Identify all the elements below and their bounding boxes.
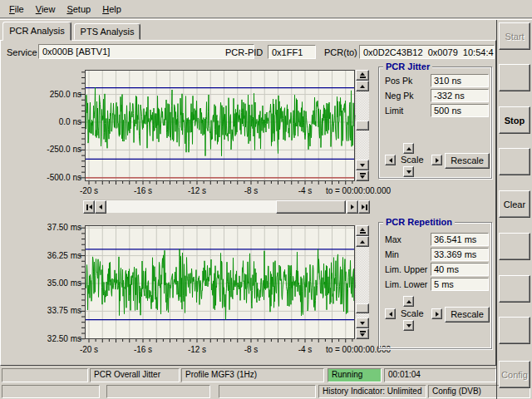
arrow-down-icon bbox=[360, 164, 365, 167]
arrow-down-icon bbox=[406, 170, 411, 174]
end-bar-icon bbox=[366, 204, 367, 210]
pcr-jitter-panel: PCR Jitter Pos Pk 310 ns Neg Pk -332 ns … bbox=[378, 66, 492, 179]
arrow-left-icon bbox=[99, 204, 102, 209]
scroll-left-button[interactable] bbox=[95, 200, 106, 214]
scale-label: Scale bbox=[401, 308, 424, 318]
menu-item-help[interactable]: Help bbox=[96, 2, 127, 16]
arrow-up-icon bbox=[360, 85, 365, 88]
arrow-down-icon bbox=[360, 322, 365, 325]
blank-function-button[interactable] bbox=[499, 233, 530, 260]
app-window: FileViewSetupHelp PCR Analysis PTS Analy… bbox=[0, 0, 532, 399]
menu-item-view[interactable]: View bbox=[30, 2, 62, 16]
scroll-to-end-button[interactable] bbox=[358, 200, 370, 214]
blank-function-button[interactable] bbox=[499, 148, 530, 175]
scale-left-button[interactable] bbox=[385, 308, 396, 319]
pcr-pid-label: PCR-PID bbox=[225, 47, 263, 57]
arrow-up-icon bbox=[360, 240, 365, 244]
min-label: Min bbox=[385, 249, 399, 259]
stop-button[interactable]: Stop bbox=[499, 106, 530, 134]
jitter-vertical-scrollbar[interactable] bbox=[356, 70, 369, 181]
menu-item-file[interactable]: File bbox=[3, 2, 30, 16]
lim-upper-field: 40 ms bbox=[431, 263, 489, 276]
arrow-right-icon bbox=[436, 158, 439, 163]
scroll-to-bottom-button[interactable] bbox=[356, 170, 369, 181]
tab-label: PTS Analysis bbox=[81, 27, 135, 37]
scale-up-button[interactable] bbox=[403, 296, 414, 307]
pcr-to-field[interactable]: 0x0D2C43B12 0x0079 10:54:4 bbox=[359, 45, 495, 59]
max-field: 36.541 ms bbox=[431, 233, 489, 246]
blank-function-button[interactable] bbox=[499, 275, 530, 303]
status-elapsed-time: 00:01:04 bbox=[384, 368, 496, 382]
status-history-indicator: History Indicator: Unlimited bbox=[318, 385, 426, 398]
neg-pk-label: Neg Pk bbox=[385, 91, 413, 101]
service-field[interactable]: 0x000B [ABTV1] bbox=[38, 44, 254, 59]
panel-title: PCR Jitter bbox=[383, 62, 432, 71]
arrow-up-icon bbox=[406, 300, 411, 303]
lim-upper-label: Lim. Upper bbox=[385, 264, 427, 274]
end-bar-icon bbox=[360, 173, 366, 175]
status-cell-empty bbox=[219, 385, 316, 398]
status-profile: Profile MGF3 (1Hz) bbox=[181, 368, 324, 382]
pcr-repetition-panel: PCR Repetition Max 36.541 ms Min 33.369 … bbox=[378, 222, 492, 349]
scrollbar-thumb[interactable] bbox=[356, 303, 369, 313]
scale-down-button[interactable] bbox=[403, 166, 414, 177]
pos-pk-label: Pos Pk bbox=[385, 76, 412, 86]
repetition-vertical-scrollbar[interactable] bbox=[356, 225, 369, 339]
scale-label: Scale bbox=[401, 155, 424, 165]
scroll-to-start-button[interactable] bbox=[83, 200, 95, 214]
scrollbar-thumb[interactable] bbox=[356, 121, 369, 131]
config-button[interactable]: Config bbox=[499, 361, 530, 388]
max-label: Max bbox=[385, 234, 401, 244]
scroll-down-button[interactable] bbox=[356, 318, 369, 328]
pcr-to-label: PCR(to) bbox=[324, 47, 357, 57]
end-bar-icon bbox=[360, 232, 366, 234]
arrow-down-icon bbox=[360, 175, 365, 179]
scale-up-button[interactable] bbox=[403, 143, 414, 154]
end-bar-icon bbox=[360, 76, 366, 78]
panel-title: PCR Repetition bbox=[383, 217, 455, 227]
status-measurement: PCR Overall Jitter bbox=[90, 368, 180, 382]
time-horizontal-scrollbar[interactable] bbox=[83, 200, 370, 213]
arrow-up-icon bbox=[360, 228, 365, 231]
lim-lower-label: Lim. Lower bbox=[385, 279, 427, 289]
lim-lower-field: 5 ms bbox=[431, 278, 489, 291]
arrow-right-icon bbox=[351, 204, 354, 209]
menu-bar: FileViewSetupHelp bbox=[0, 0, 532, 17]
arrow-down-icon bbox=[360, 333, 365, 337]
status-cell-empty bbox=[2, 385, 100, 398]
scale-down-button[interactable] bbox=[403, 320, 414, 331]
neg-pk-field: -332 ns bbox=[431, 89, 489, 102]
limit-label: Limit bbox=[385, 106, 403, 116]
status-cell-empty bbox=[2, 368, 88, 382]
scroll-to-bottom-button[interactable] bbox=[356, 328, 369, 339]
tab-pcr-analysis[interactable]: PCR Analysis bbox=[2, 22, 71, 41]
end-bar-icon bbox=[360, 331, 366, 332]
scroll-to-top-button[interactable] bbox=[356, 225, 369, 236]
arrow-left-icon bbox=[389, 158, 392, 163]
pcr-pid-field[interactable]: 0x1FF1 bbox=[268, 45, 316, 59]
rescale-button[interactable]: Rescale bbox=[445, 153, 490, 169]
blank-function-button[interactable] bbox=[499, 317, 530, 344]
clear-button[interactable]: Clear bbox=[499, 190, 530, 218]
scroll-down-button[interactable] bbox=[356, 160, 369, 170]
start-button[interactable]: Start bbox=[499, 22, 530, 50]
scale-left-button[interactable] bbox=[385, 155, 396, 165]
arrow-up-icon bbox=[406, 147, 411, 150]
arrow-down-icon bbox=[406, 324, 411, 328]
arrow-right-icon bbox=[436, 312, 439, 317]
scroll-to-top-button[interactable] bbox=[356, 70, 369, 81]
scroll-right-button[interactable] bbox=[347, 200, 358, 214]
scroll-up-button[interactable] bbox=[356, 81, 369, 91]
status-cell-empty bbox=[106, 385, 210, 398]
scale-right-button[interactable] bbox=[431, 308, 442, 319]
scrollbar-thumb[interactable] bbox=[276, 200, 346, 214]
arrow-left-icon bbox=[389, 312, 392, 317]
scroll-up-button[interactable] bbox=[356, 236, 369, 247]
tab-pts-analysis[interactable]: PTS Analysis bbox=[74, 23, 140, 40]
menu-item-setup[interactable]: Setup bbox=[61, 2, 96, 16]
blank-function-button[interactable] bbox=[499, 64, 530, 91]
min-field: 33.369 ms bbox=[431, 248, 489, 261]
rescale-button[interactable]: Rescale bbox=[445, 307, 490, 323]
menu-divider bbox=[0, 17, 532, 20]
scale-right-button[interactable] bbox=[431, 155, 442, 165]
